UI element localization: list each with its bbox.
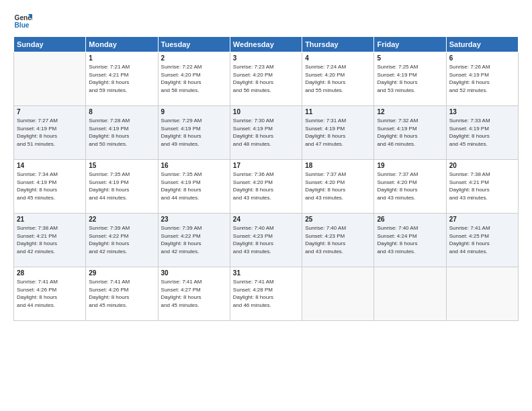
- sunrise-text: Sunrise: 7:32 AM: [377, 118, 418, 124]
- day-number: 27: [449, 216, 515, 223]
- sunrise-text: Sunrise: 7:40 AM: [305, 225, 346, 231]
- cell-content: Sunrise: 7:40 AMSunset: 4:24 PMDaylight:…: [377, 224, 443, 255]
- sunset-text: Sunset: 4:23 PM: [305, 233, 345, 239]
- sunset-text: Sunset: 4:19 PM: [17, 179, 56, 185]
- calendar-cell: 8Sunrise: 7:28 AMSunset: 4:19 PMDaylight…: [86, 106, 158, 160]
- page-header: General Blue: [13, 12, 519, 31]
- header-day-saturday: Saturday: [446, 37, 518, 52]
- calendar-week-row: 7Sunrise: 7:27 AMSunset: 4:19 PMDaylight…: [14, 106, 519, 160]
- daylight-text: Daylight: 8 hours: [17, 240, 57, 246]
- cell-content: Sunrise: 7:40 AMSunset: 4:23 PMDaylight:…: [305, 224, 371, 255]
- cell-content: Sunrise: 7:37 AMSunset: 4:20 PMDaylight:…: [305, 171, 371, 201]
- sunset-text: Sunset: 4:28 PM: [233, 287, 273, 293]
- sunrise-text: Sunrise: 7:35 AM: [161, 171, 202, 177]
- sunrise-text: Sunrise: 7:38 AM: [449, 171, 490, 177]
- cell-content: Sunrise: 7:35 AMSunset: 4:19 PMDaylight:…: [89, 171, 154, 201]
- header-day-friday: Friday: [374, 37, 446, 52]
- calendar-cell: 29Sunrise: 7:41 AMSunset: 4:26 PMDayligh…: [86, 267, 158, 321]
- day-number: 31: [233, 269, 299, 277]
- daylight-text: Daylight: 8 hours: [305, 187, 345, 193]
- cell-content: Sunrise: 7:23 AMSunset: 4:20 PMDaylight:…: [233, 63, 299, 94]
- daylight-text: Daylight: 8 hours: [161, 79, 202, 85]
- calendar-cell: 27Sunrise: 7:41 AMSunset: 4:25 PMDayligh…: [446, 214, 518, 267]
- sunrise-text: Sunrise: 7:37 AM: [377, 171, 418, 177]
- daylight-text-cont: and 43 minutes.: [233, 248, 271, 255]
- calendar-cell: 15Sunrise: 7:35 AMSunset: 4:19 PMDayligh…: [86, 160, 158, 214]
- day-number: 11: [305, 108, 371, 116]
- header-day-sunday: Sunday: [14, 37, 86, 52]
- daylight-text: Daylight: 8 hours: [233, 133, 273, 139]
- calendar-week-row: 14Sunrise: 7:34 AMSunset: 4:19 PMDayligh…: [14, 160, 519, 214]
- calendar-cell: 21Sunrise: 7:38 AMSunset: 4:21 PMDayligh…: [14, 214, 86, 267]
- sunset-text: Sunset: 4:21 PM: [449, 179, 489, 185]
- daylight-text: Daylight: 8 hours: [233, 187, 273, 193]
- daylight-text-cont: and 42 minutes.: [161, 248, 200, 255]
- daylight-text-cont: and 59 minutes.: [89, 87, 127, 93]
- calendar-cell: 20Sunrise: 7:38 AMSunset: 4:21 PMDayligh…: [446, 160, 518, 214]
- sunset-text: Sunset: 4:27 PM: [161, 287, 201, 293]
- calendar-cell: 6Sunrise: 7:26 AMSunset: 4:19 PMDaylight…: [446, 52, 518, 106]
- sunrise-text: Sunrise: 7:41 AM: [89, 279, 130, 285]
- daylight-text-cont: and 43 minutes.: [233, 195, 271, 201]
- sunset-text: Sunset: 4:20 PM: [305, 72, 345, 78]
- calendar-cell: 26Sunrise: 7:40 AMSunset: 4:24 PMDayligh…: [374, 214, 446, 267]
- day-number: 26: [377, 216, 443, 223]
- daylight-text-cont: and 56 minutes.: [233, 87, 271, 93]
- calendar-cell: 2Sunrise: 7:22 AMSunset: 4:20 PMDaylight…: [158, 52, 230, 106]
- day-number: 15: [89, 162, 154, 169]
- day-number: 18: [305, 162, 371, 169]
- day-number: 16: [161, 162, 227, 169]
- sunrise-text: Sunrise: 7:26 AM: [449, 64, 490, 70]
- daylight-text-cont: and 58 minutes.: [161, 87, 200, 93]
- cell-content: Sunrise: 7:41 AMSunset: 4:28 PMDaylight:…: [233, 278, 299, 309]
- sunset-text: Sunset: 4:19 PM: [449, 72, 489, 78]
- calendar-cell: 10Sunrise: 7:30 AMSunset: 4:19 PMDayligh…: [230, 106, 302, 160]
- daylight-text: Daylight: 8 hours: [377, 79, 417, 85]
- daylight-text: Daylight: 8 hours: [449, 79, 490, 85]
- cell-content: Sunrise: 7:32 AMSunset: 4:19 PMDaylight:…: [377, 117, 443, 148]
- calendar-cell: 30Sunrise: 7:41 AMSunset: 4:27 PMDayligh…: [158, 267, 230, 321]
- sunrise-text: Sunrise: 7:41 AM: [233, 279, 274, 285]
- cell-content: Sunrise: 7:21 AMSunset: 4:21 PMDaylight:…: [89, 63, 154, 94]
- daylight-text-cont: and 43 minutes.: [377, 248, 415, 255]
- daylight-text-cont: and 52 minutes.: [449, 87, 488, 93]
- sunrise-text: Sunrise: 7:41 AM: [161, 279, 202, 285]
- cell-content: Sunrise: 7:38 AMSunset: 4:21 PMDaylight:…: [449, 171, 515, 201]
- sunset-text: Sunset: 4:24 PM: [377, 233, 416, 239]
- header-day-wednesday: Wednesday: [230, 37, 302, 52]
- daylight-text-cont: and 42 minutes.: [89, 248, 127, 255]
- daylight-text: Daylight: 8 hours: [17, 294, 57, 300]
- sunset-text: Sunset: 4:19 PM: [377, 126, 416, 132]
- calendar-cell: 17Sunrise: 7:36 AMSunset: 4:20 PMDayligh…: [230, 160, 302, 214]
- daylight-text-cont: and 44 minutes.: [89, 195, 127, 201]
- calendar-week-row: 1Sunrise: 7:21 AMSunset: 4:21 PMDaylight…: [14, 52, 519, 106]
- calendar-cell: 28Sunrise: 7:41 AMSunset: 4:26 PMDayligh…: [14, 267, 86, 321]
- cell-content: Sunrise: 7:36 AMSunset: 4:20 PMDaylight:…: [233, 171, 299, 201]
- daylight-text: Daylight: 8 hours: [17, 187, 57, 193]
- day-number: 8: [89, 108, 154, 116]
- daylight-text: Daylight: 8 hours: [377, 133, 417, 139]
- sunset-text: Sunset: 4:19 PM: [449, 126, 489, 132]
- logo-icon: General Blue: [13, 12, 32, 31]
- day-number: 19: [377, 162, 443, 169]
- sunset-text: Sunset: 4:25 PM: [449, 233, 489, 239]
- sunset-text: Sunset: 4:20 PM: [233, 72, 273, 78]
- sunrise-text: Sunrise: 7:39 AM: [89, 225, 130, 231]
- calendar-cell: 19Sunrise: 7:37 AMSunset: 4:20 PMDayligh…: [374, 160, 446, 214]
- daylight-text: Daylight: 8 hours: [449, 133, 490, 139]
- daylight-text: Daylight: 8 hours: [89, 294, 129, 300]
- calendar-cell: 16Sunrise: 7:35 AMSunset: 4:19 PMDayligh…: [158, 160, 230, 214]
- sunrise-text: Sunrise: 7:29 AM: [161, 118, 202, 124]
- daylight-text: Daylight: 8 hours: [89, 240, 129, 246]
- sunset-text: Sunset: 4:20 PM: [233, 179, 273, 185]
- calendar-cell: 14Sunrise: 7:34 AMSunset: 4:19 PMDayligh…: [14, 160, 86, 214]
- sunset-text: Sunset: 4:21 PM: [17, 233, 56, 239]
- cell-content: Sunrise: 7:24 AMSunset: 4:20 PMDaylight:…: [305, 63, 371, 94]
- day-number: 2: [161, 54, 227, 62]
- sunset-text: Sunset: 4:19 PM: [305, 126, 345, 132]
- day-number: 20: [449, 162, 515, 169]
- sunset-text: Sunset: 4:26 PM: [17, 287, 56, 293]
- sunrise-text: Sunrise: 7:33 AM: [449, 118, 490, 124]
- daylight-text-cont: and 45 minutes.: [161, 302, 200, 308]
- daylight-text-cont: and 44 minutes.: [449, 248, 488, 255]
